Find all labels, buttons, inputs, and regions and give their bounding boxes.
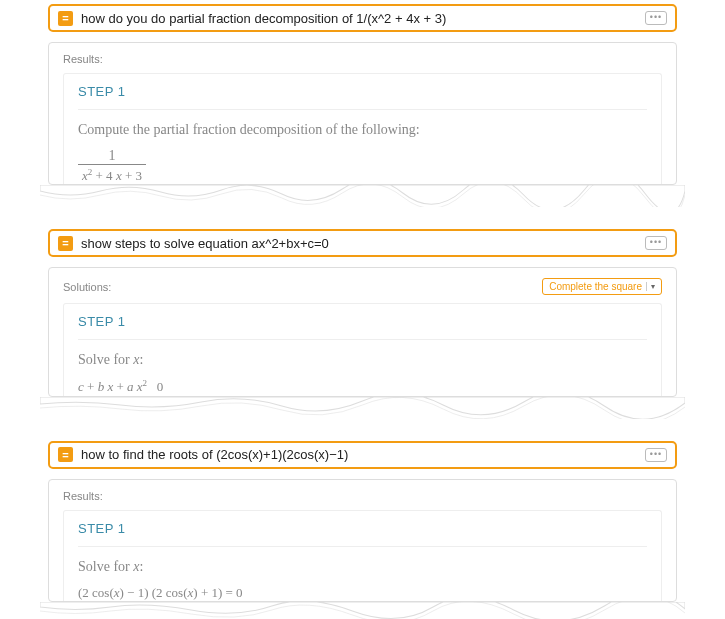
chevron-down-icon: ▾ <box>646 282 655 291</box>
equals-icon: = <box>58 11 73 26</box>
section-label: Results: <box>63 490 103 502</box>
divider <box>78 339 647 340</box>
method-dropdown[interactable]: Complete the square ▾ <box>542 278 662 295</box>
result-panel: STEP 1 Compute the partial fraction deco… <box>63 73 662 184</box>
step-label: STEP 1 <box>78 521 647 536</box>
query-bar[interactable]: = how do you do partial fraction decompo… <box>48 4 677 32</box>
step-label: STEP 1 <box>78 314 647 329</box>
query-text: show steps to solve equation ax^2+bx+c=0 <box>81 236 645 251</box>
equals-icon: = <box>58 447 73 462</box>
fraction-numerator: 1 <box>78 148 146 165</box>
more-menu-button[interactable]: ••• <box>645 448 667 462</box>
query-text: how do you do partial fraction decomposi… <box>81 11 645 26</box>
torn-edge <box>40 185 685 207</box>
section-label: Results: <box>63 53 103 65</box>
result-card: Results: STEP 1 Compute the partial frac… <box>48 42 677 185</box>
step-label: STEP 1 <box>78 84 647 99</box>
math-fraction: 1 x2 + 4 x + 3 <box>78 148 146 184</box>
more-menu-button[interactable]: ••• <box>645 11 667 25</box>
step-instruction: Compute the partial fraction decompositi… <box>78 122 647 138</box>
torn-edge <box>40 602 685 619</box>
math-equation: (2 cos(x) − 1) (2 cos(x) + 1) = 0 <box>78 585 647 601</box>
torn-edge <box>40 397 685 419</box>
more-menu-button[interactable]: ••• <box>645 236 667 250</box>
fraction-denominator: x2 + 4 x + 3 <box>78 165 146 184</box>
result-panel: STEP 1 Solve for x: c + b x + a x2 0 <box>63 303 662 395</box>
step-instruction: Solve for x: <box>78 559 647 575</box>
query-bar[interactable]: = show steps to solve equation ax^2+bx+c… <box>48 229 677 257</box>
result-panel: STEP 1 Solve for x: (2 cos(x) − 1) (2 co… <box>63 510 662 601</box>
query-bar[interactable]: = how to find the roots of (2cos(x)+1)(2… <box>48 441 677 469</box>
query-text: how to find the roots of (2cos(x)+1)(2co… <box>81 447 645 462</box>
math-equation: c + b x + a x2 0 <box>78 378 647 395</box>
step-instruction: Solve for x: <box>78 352 647 368</box>
result-card: Solutions: Complete the square ▾ STEP 1 … <box>48 267 677 396</box>
divider <box>78 109 647 110</box>
equals-icon: = <box>58 236 73 251</box>
result-card: Results: STEP 1 Solve for x: (2 cos(x) −… <box>48 479 677 602</box>
method-label: Complete the square <box>549 281 642 292</box>
divider <box>78 546 647 547</box>
section-label: Solutions: <box>63 281 111 293</box>
